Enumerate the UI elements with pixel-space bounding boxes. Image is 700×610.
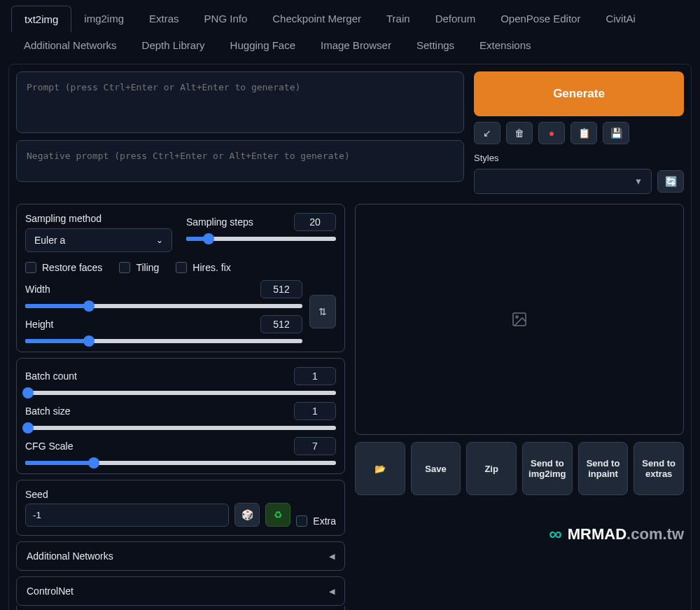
sampling-method-label: Sampling method — [25, 213, 172, 224]
record-icon[interactable]: ● — [538, 122, 565, 144]
save-icon[interactable]: 💾 — [603, 122, 629, 144]
main-panel: Generate ↙ 🗑 ● 📋 💾 Styles ▼ 🔄 Sampling m… — [8, 64, 692, 610]
reuse-seed-button[interactable]: ♻ — [265, 503, 290, 527]
negative-prompt-input[interactable] — [16, 140, 464, 182]
tab-deforum[interactable]: Deforum — [423, 6, 489, 32]
width-label: Width — [25, 284, 50, 295]
sampling-steps-slider[interactable] — [186, 237, 336, 241]
tab-openpose[interactable]: OpenPose Editor — [488, 6, 593, 32]
trash-icon[interactable]: 🗑 — [506, 122, 533, 144]
seed-input[interactable] — [25, 504, 229, 527]
tab-img2img[interactable]: img2img — [71, 6, 136, 32]
clipboard-icon[interactable]: 📋 — [570, 122, 597, 144]
batch-size-value[interactable]: 1 — [294, 402, 336, 420]
height-slider[interactable] — [25, 339, 302, 343]
cfg-scale-label: CFG Scale — [25, 441, 73, 452]
refresh-styles-icon[interactable]: 🔄 — [657, 170, 684, 193]
tab-extras[interactable]: Extras — [136, 6, 192, 32]
extra-checkbox[interactable]: Extra — [296, 515, 336, 527]
seed-label: Seed — [25, 489, 336, 500]
prompt-input[interactable] — [16, 71, 464, 133]
image-placeholder-icon — [511, 311, 528, 328]
send-img2img-button[interactable]: Send to img2img — [522, 442, 573, 495]
swap-dimensions-button[interactable]: ⇅ — [309, 295, 336, 328]
triangle-left-icon: ◀ — [329, 587, 335, 596]
tabs-row-1: txt2img img2img Extras PNG Info Checkpoi… — [0, 0, 700, 32]
svg-point-1 — [516, 316, 518, 318]
watermark: ∞ MRMAD.com.tw — [355, 523, 684, 545]
width-value[interactable]: 512 — [260, 280, 302, 298]
zip-button[interactable]: Zip — [466, 442, 517, 495]
tab-settings[interactable]: Settings — [404, 32, 467, 58]
hires-fix-checkbox[interactable]: Hires. fix — [176, 262, 230, 273]
random-seed-button[interactable]: 🎲 — [234, 503, 260, 527]
batch-count-slider[interactable] — [25, 391, 336, 395]
additional-networks-accordion[interactable]: Additional Networks ◀ — [16, 541, 345, 571]
triangle-left-icon: ◀ — [329, 552, 335, 561]
tab-additional-networks[interactable]: Additional Networks — [11, 32, 130, 58]
height-label: Height — [25, 319, 53, 330]
tab-extensions[interactable]: Extensions — [467, 32, 543, 58]
cfg-scale-slider[interactable] — [25, 461, 336, 465]
open-folder-button[interactable]: 📂 — [355, 442, 405, 495]
height-value[interactable]: 512 — [260, 315, 302, 333]
batch-size-slider[interactable] — [25, 426, 336, 430]
tab-png-info[interactable]: PNG Info — [192, 6, 260, 32]
styles-dropdown[interactable]: ▼ — [474, 169, 652, 194]
preview-area — [355, 204, 684, 435]
tiling-checkbox[interactable]: Tiling — [119, 262, 159, 273]
styles-label: Styles — [474, 153, 684, 163]
tab-hugging-face[interactable]: Hugging Face — [218, 32, 308, 58]
infinity-logo-icon: ∞ — [549, 523, 562, 545]
send-extras-button[interactable]: Send to extras — [634, 442, 684, 495]
batch-count-label: Batch count — [25, 370, 77, 382]
generate-button[interactable]: Generate — [474, 71, 684, 116]
tab-txt2img[interactable]: txt2img — [11, 6, 71, 32]
sampling-method-dropdown[interactable]: Euler a ⌄ — [25, 228, 172, 252]
sampling-steps-value[interactable]: 20 — [294, 213, 336, 231]
tab-image-browser[interactable]: Image Browser — [308, 32, 404, 58]
tab-civitai[interactable]: CivitAi — [593, 6, 648, 32]
cfg-scale-value[interactable]: 7 — [294, 437, 336, 455]
tab-checkpoint-merger[interactable]: Checkpoint Merger — [260, 6, 374, 32]
chevron-down-icon: ⌄ — [156, 235, 163, 245]
restore-faces-checkbox[interactable]: Restore faces — [25, 262, 102, 273]
tab-train[interactable]: Train — [374, 6, 423, 32]
send-inpaint-button[interactable]: Send to inpaint — [578, 442, 629, 495]
controlnet-accordion[interactable]: ControlNet ◀ — [16, 576, 345, 606]
tabs-row-2: Additional Networks Depth Library Huggin… — [0, 32, 700, 58]
arrow-down-left-icon[interactable]: ↙ — [474, 122, 500, 144]
sampling-steps-label: Sampling steps — [186, 216, 253, 228]
batch-count-value[interactable]: 1 — [294, 367, 336, 385]
save-button[interactable]: Save — [411, 442, 461, 495]
width-slider[interactable] — [25, 304, 302, 308]
batch-size-label: Batch size — [25, 405, 71, 417]
tab-depth-library[interactable]: Depth Library — [130, 32, 218, 58]
